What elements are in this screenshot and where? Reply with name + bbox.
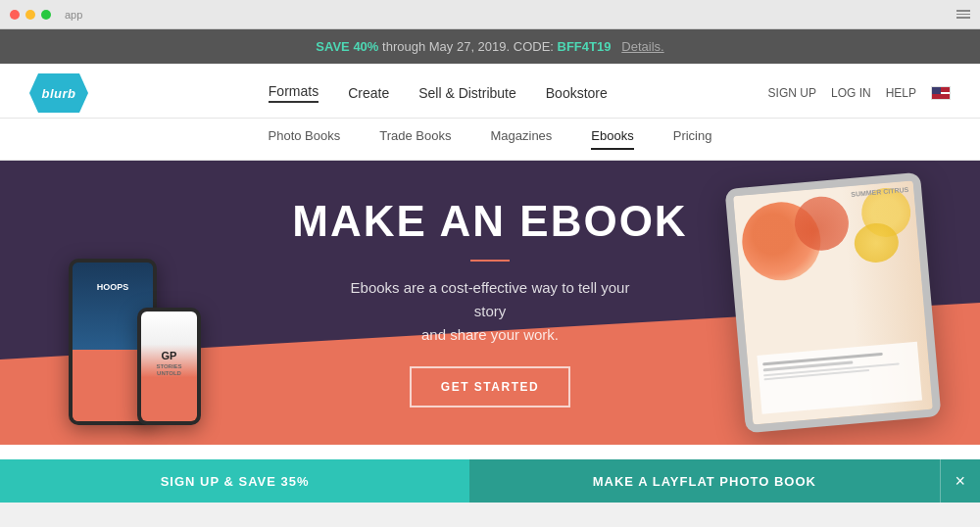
save-text: SAVE 40% xyxy=(316,39,378,54)
hero-subtitle: Ebooks are a cost-effective way to tell … xyxy=(333,276,647,347)
blurb-logo[interactable]: blurb xyxy=(29,73,88,113)
header-right: SIGN UP LOG IN HELP xyxy=(768,86,951,100)
sub-nav-trade-books[interactable]: Trade Books xyxy=(379,128,451,150)
menu-line xyxy=(956,17,970,19)
close-dot[interactable] xyxy=(10,10,20,20)
sub-nav-pricing[interactable]: Pricing xyxy=(673,128,712,150)
get-started-button[interactable]: GET STARTED xyxy=(410,366,570,407)
hero-divider xyxy=(470,260,510,262)
minimize-dot[interactable] xyxy=(25,10,35,20)
nav-create[interactable]: Create xyxy=(348,85,389,101)
bottom-cta-bar: SIGN UP & SAVE 35% MAKE A LAYFLAT PHOTO … xyxy=(0,459,980,503)
sign-up-link[interactable]: SIGN UP xyxy=(768,86,816,100)
help-link[interactable]: HELP xyxy=(886,86,916,100)
browser-menu-icon[interactable] xyxy=(956,10,970,19)
sub-nav-photo-books[interactable]: Photo Books xyxy=(269,128,341,150)
through-text: through May 27, 2019. CODE: xyxy=(382,39,557,54)
browser-chrome: app xyxy=(0,0,980,29)
make-photo-book-button[interactable]: MAKE A LAYFLAT PHOTO BOOK xyxy=(469,459,939,503)
nav-bookstore[interactable]: Bookstore xyxy=(546,85,608,101)
header-top: blurb Formats Create Sell & Distribute B… xyxy=(29,64,951,118)
hero-content: MAKE AN EBOOK Ebooks are a cost-effectiv… xyxy=(0,161,980,445)
white-gap xyxy=(0,445,980,459)
menu-line xyxy=(956,14,970,16)
sub-nav: Photo Books Trade Books Magazines Ebooks… xyxy=(0,119,980,161)
menu-line xyxy=(956,10,970,12)
logo-text: blurb xyxy=(42,86,76,101)
main-nav: Formats Create Sell & Distribute Booksto… xyxy=(88,83,768,103)
close-bar-button[interactable]: × xyxy=(940,459,981,503)
details-link[interactable]: Details. xyxy=(621,39,663,54)
log-in-link[interactable]: LOG IN xyxy=(831,86,871,100)
sign-up-save-button[interactable]: SIGN UP & SAVE 35% xyxy=(0,459,469,503)
sub-nav-ebooks[interactable]: Ebooks xyxy=(591,128,633,150)
sub-nav-magazines[interactable]: Magazines xyxy=(490,128,552,150)
nav-formats[interactable]: Formats xyxy=(269,83,318,103)
app-label: app xyxy=(65,9,82,21)
language-flag[interactable] xyxy=(931,86,951,100)
maximize-dot[interactable] xyxy=(41,10,51,20)
site-header: blurb Formats Create Sell & Distribute B… xyxy=(0,64,980,119)
logo-container[interactable]: blurb xyxy=(29,73,88,113)
nav-sell-distribute[interactable]: Sell & Distribute xyxy=(418,85,516,101)
promo-code: BFF4T19 xyxy=(558,39,612,54)
promo-banner: SAVE 40% through May 27, 2019. CODE: BFF… xyxy=(0,29,980,64)
hero-section: HOOPS GP STORIES UNTOLD MAKE AN EBOOK Eb… xyxy=(0,161,980,445)
hero-title: MAKE AN EBOOK xyxy=(292,198,687,245)
website: SAVE 40% through May 27, 2019. CODE: BFF… xyxy=(0,29,980,527)
